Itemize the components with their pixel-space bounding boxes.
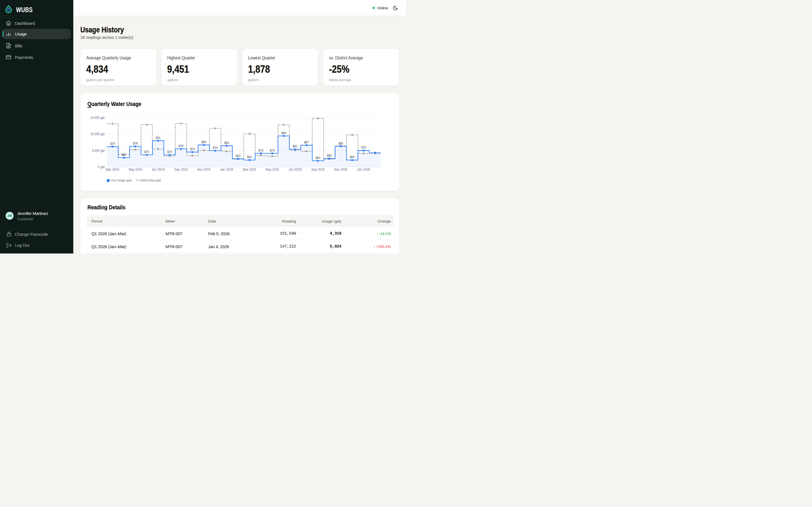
svg-text:$63: $63 bbox=[236, 154, 241, 157]
svg-text:Mar 2024: Mar 2024 bbox=[106, 167, 119, 172]
svg-text:10,000 gal: 10,000 gal bbox=[91, 132, 105, 136]
svg-text:District Avg (gal): District Avg (gal) bbox=[141, 178, 161, 182]
svg-text:$84: $84 bbox=[224, 141, 229, 144]
svg-text:$84: $84 bbox=[202, 140, 206, 144]
svg-text:$78: $78 bbox=[133, 142, 138, 145]
svg-text:Sep 2025: Sep 2025 bbox=[312, 167, 325, 172]
svg-text:$73: $73 bbox=[270, 149, 275, 152]
svg-text:$62: $62 bbox=[121, 153, 126, 156]
svg-text:Jan 2026: Jan 2026 bbox=[357, 167, 370, 172]
svg-text:$62: $62 bbox=[247, 155, 252, 159]
svg-text:15,000 gal: 15,000 gal bbox=[90, 115, 105, 119]
svg-text:Nov 2025: Nov 2025 bbox=[335, 167, 348, 172]
svg-text:$78: $78 bbox=[179, 144, 184, 147]
svg-text:5,000 gal: 5,000 gal bbox=[92, 149, 105, 152]
svg-text:$98: $98 bbox=[282, 131, 286, 134]
svg-text:$63: $63 bbox=[316, 156, 320, 159]
svg-text:$66: $66 bbox=[327, 154, 332, 157]
svg-text:$85: $85 bbox=[339, 142, 343, 145]
svg-text:Your Usage (gal): Your Usage (gal) bbox=[111, 178, 132, 182]
svg-text:$81: $81 bbox=[293, 145, 298, 148]
svg-text:$79: $79 bbox=[361, 146, 366, 149]
svg-text:Mar 2025: Mar 2025 bbox=[243, 167, 256, 172]
svg-text:Sep 2024: Sep 2024 bbox=[174, 167, 188, 172]
svg-text:Jan 2025: Jan 2025 bbox=[220, 167, 234, 172]
svg-text:$70: $70 bbox=[144, 150, 149, 154]
svg-text:Jul 2025: Jul 2025 bbox=[289, 167, 302, 172]
svg-text:$70: $70 bbox=[167, 150, 172, 154]
svg-text:$73: $73 bbox=[259, 149, 263, 152]
svg-text:$74: $74 bbox=[190, 147, 195, 151]
svg-text:Nov 2024: Nov 2024 bbox=[197, 167, 211, 172]
svg-text:Jul 2024: Jul 2024 bbox=[152, 167, 165, 172]
svg-text:May 2024: May 2024 bbox=[129, 167, 142, 172]
svg-text:$76: $76 bbox=[213, 146, 218, 149]
svg-text:$78: $78 bbox=[110, 142, 115, 145]
svg-text:$66: $66 bbox=[350, 155, 355, 159]
svg-text:0 gal: 0 gal bbox=[98, 165, 105, 169]
svg-text:$91: $91 bbox=[156, 136, 161, 139]
svg-text:$87: $87 bbox=[304, 140, 309, 144]
svg-text:May 2025: May 2025 bbox=[266, 167, 279, 172]
